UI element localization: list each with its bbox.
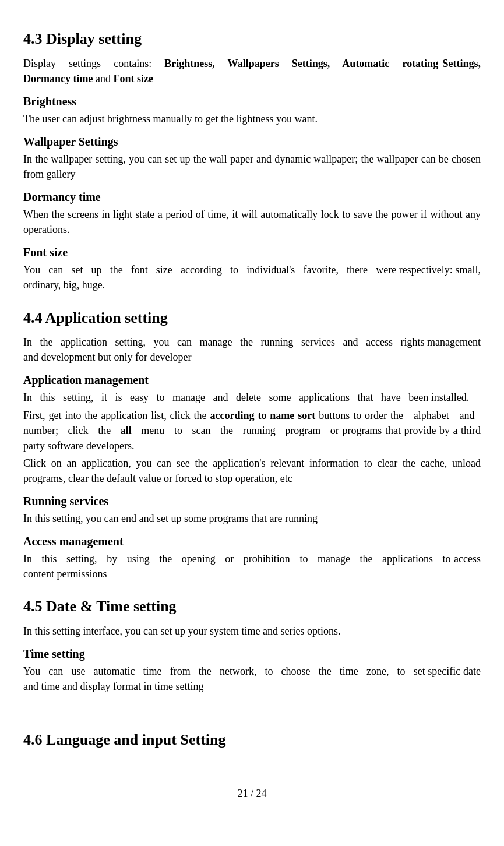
subsection-running-services: Running services <box>23 493 481 510</box>
subsection-wallpaper: Wallpaper Settings <box>23 133 481 150</box>
subsection-access-management: Access management <box>23 533 481 550</box>
subsection-dormancy: Dormancy time <box>23 189 481 206</box>
app-management-body2: First, get into the application list, cl… <box>23 408 481 453</box>
section-title-45: 4.5 Date & Time setting <box>23 595 481 618</box>
section-title-43: 4.3 Display setting <box>23 28 481 50</box>
access-management-body: In this setting, by using the opening or… <box>23 551 481 581</box>
running-services-body: In this setting, you can end and set up … <box>23 511 481 526</box>
time-setting-body: You can use automatic time from the netw… <box>23 664 481 694</box>
app-management-body1: In this setting, it is easy to manage an… <box>23 390 481 405</box>
subsection-app-management: Application management <box>23 372 481 389</box>
dormancy-body: When the screens in light state a period… <box>23 207 481 237</box>
app-management-body3: Click on an application, you can see the… <box>23 456 481 486</box>
section-44-intro: In the application setting, you can mana… <box>23 334 481 365</box>
brightness-body: The user can adjust brightness manually … <box>23 111 481 126</box>
section-title-46: 4.6 Language and input Setting <box>23 729 481 751</box>
section-45-intro: In this setting interface, you can set u… <box>23 623 481 639</box>
wallpaper-body: In the wallpaper setting, you can set up… <box>23 151 481 182</box>
page-number: 21 / 24 <box>237 788 266 799</box>
subsection-time-setting: Time setting <box>23 646 481 662</box>
page-footer: 21 / 24 <box>23 786 481 801</box>
subsection-fontsize: Font size <box>23 244 481 261</box>
section-title-44: 4.4 Application setting <box>23 307 481 329</box>
fontsize-body: You can set up the font size according t… <box>23 262 481 292</box>
subsection-brightness: Brightness <box>23 93 481 110</box>
section-43-intro: Display settings contains: Brightness, W… <box>23 56 481 86</box>
